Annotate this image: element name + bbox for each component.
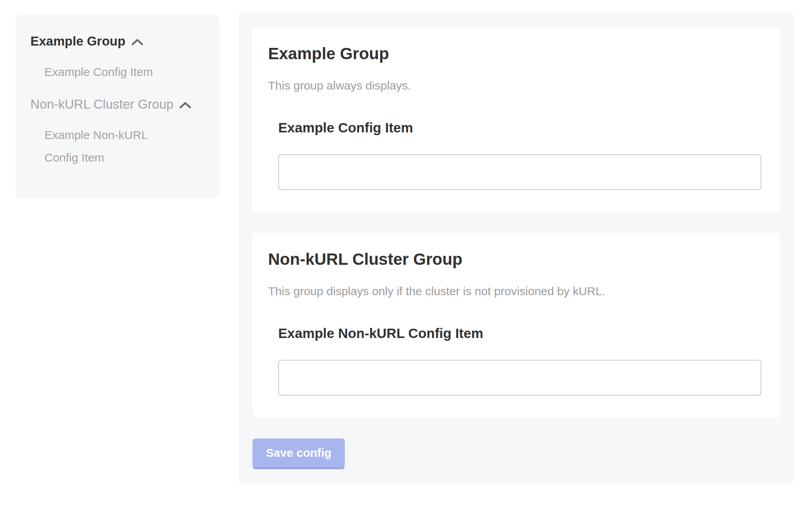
sidebar-item-example-non-kurl-config-item[interactable]: Example Non-kURL Config Item [44,124,175,169]
config-field-example-non-kurl-config-item: Example Non-kURL Config Item [278,325,761,396]
save-config-button[interactable]: Save config [252,438,345,467]
sidebar-group-label: Example Group [30,33,125,50]
config-main-panel: Example Group This group always displays… [238,12,794,484]
config-nav-sidebar: Example Group Example Config Item Non-kU… [16,15,219,199]
group-description: This group displays only if the cluster … [268,283,761,299]
config-item-label: Example Non-kURL Config Item [278,325,761,342]
group-title: Example Group [268,44,761,63]
group-title: Non-kURL Cluster Group [268,250,761,269]
sidebar-group-non-kurl-cluster-group[interactable]: Non-kURL Cluster Group [30,96,208,113]
sidebar-item-example-config-item[interactable]: Example Config Item [44,61,175,83]
config-group-card-example-group: Example Group This group always displays… [252,27,780,212]
example-config-item-input[interactable] [278,154,761,190]
chevron-up-icon[interactable] [179,101,192,109]
config-item-label: Example Config Item [278,120,761,136]
group-description: This group always displays. [268,78,761,93]
sidebar-group-label: Non-kURL Cluster Group [30,96,173,113]
example-non-kurl-config-item-input[interactable] [278,360,761,396]
nav-group-example-group: Example Group Example Config Item [30,33,208,83]
nav-group-non-kurl-cluster-group: Non-kURL Cluster Group Example Non-kURL … [30,96,208,169]
config-field-example-config-item: Example Config Item [278,120,761,190]
sidebar-group-example-group[interactable]: Example Group [30,33,208,50]
chevron-up-icon[interactable] [131,38,144,46]
config-group-card-non-kurl-cluster-group: Non-kURL Cluster Group This group displa… [252,233,780,418]
